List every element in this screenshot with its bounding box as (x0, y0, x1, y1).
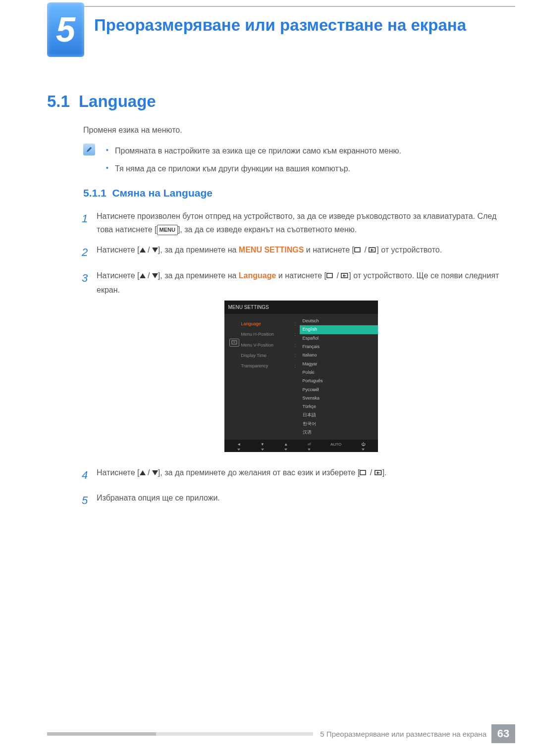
osd-lang-option: Français (300, 343, 378, 351)
osd-setting-item: Language (241, 319, 295, 329)
step-2: 2 Натиснете [ / ], за да преминете на ME… (82, 243, 505, 261)
svg-rect-0 (355, 248, 360, 252)
osd-lang-option: Polski (300, 368, 378, 377)
subsection-number: 5.1.1 (83, 187, 107, 199)
step-number: 2 (82, 243, 97, 261)
osd-footer-down-icon: ▼ (261, 441, 265, 451)
osd-title: MENU SETTINGS (224, 301, 378, 314)
osd-footer-up-icon: ▲ (284, 441, 288, 451)
osd-footer: ◄ ▼ ▲ ⏎ AUTO ⏻ (224, 440, 378, 452)
steps-list: 1 Натиснете произволен бутон отпред на у… (82, 209, 505, 517)
enter-icon (374, 467, 382, 480)
page-number: 63 (491, 724, 515, 743)
step-4: 4 Натиснете [ / ], за да преминете до же… (82, 466, 505, 484)
osd-lang-option: Español (300, 334, 378, 343)
osd-lang-option: Deutsch (300, 317, 378, 325)
section-intro: Променя езика на менюто. (83, 126, 182, 135)
step-number: 5 (82, 491, 97, 509)
footer: 5 Преоразмеряване или разместване на екр… (47, 724, 515, 743)
step-text: Натиснете [ / ], за да преминете до жела… (97, 466, 505, 484)
subsection-heading: 5.1.1 Смяна на Language (83, 187, 213, 199)
osd-footer-auto: AUTO (330, 441, 341, 451)
osd-category-icon (227, 317, 241, 437)
screen-icon (354, 244, 362, 257)
step-number: 3 (82, 269, 97, 459)
up-arrow-icon (140, 470, 146, 475)
osd-screenshot: MENU SETTINGS Language Menu H-Position M… (97, 301, 505, 452)
osd-lang-option: Português (300, 377, 378, 385)
osd-footer-back-icon: ◄ (237, 441, 241, 451)
osd-setting-item: Menu H-Position (241, 329, 295, 340)
up-arrow-icon (140, 248, 146, 252)
section-number: 5.1 (47, 92, 70, 110)
osd-footer-enter-icon: ⏎ (308, 441, 311, 451)
down-arrow-icon (152, 248, 158, 252)
subsection-title: Смяна на Language (112, 187, 213, 199)
footer-text: 5 Преоразмеряване или разместване на екр… (320, 730, 486, 738)
osd-lang-option-selected: English (300, 325, 378, 334)
osd-lang-option: Svenska (300, 394, 378, 403)
screen-icon (326, 270, 334, 283)
step-number: 1 (82, 209, 97, 236)
osd-colons: ::::: (295, 317, 300, 437)
step-5: 5 Избраната опция ще се приложи. (82, 491, 505, 509)
language-label: Language (239, 271, 276, 280)
top-rule (47, 6, 515, 7)
svg-rect-2 (327, 273, 332, 278)
svg-rect-5 (360, 470, 366, 475)
osd-setting-item: Menu V-Position (241, 340, 295, 351)
step-number: 4 (82, 466, 97, 484)
enter-icon (341, 270, 349, 283)
step-text: Натиснете [ / ], за да преминете на MENU… (97, 243, 505, 261)
note-item: Тя няма да се приложи към други функции … (104, 163, 505, 175)
down-arrow-icon (152, 273, 158, 278)
chapter-badge: 5 (47, 2, 84, 57)
step-text: Натиснете произволен бутон отпред на уст… (97, 209, 505, 236)
osd-setting-item: Display Time (241, 351, 295, 361)
screen-icon (360, 467, 368, 480)
chapter-number: 5 (56, 10, 75, 50)
note-icon (83, 144, 95, 155)
osd-lang-option: Türkçe (300, 403, 378, 411)
step-text: Избраната опция ще се приложи. (97, 491, 505, 509)
menu-button-icon: MENU (157, 225, 178, 235)
osd-lang-option: 日本語 (300, 411, 378, 419)
chapter-title: Преоразмеряване или разместване на екран… (94, 15, 505, 35)
osd-lang-option: 한국어 (300, 420, 378, 428)
osd-lang-option: Italiano (300, 351, 378, 359)
osd-footer-power-icon: ⏻ (361, 441, 365, 451)
note-item: Промяната в настройките за езика ще се п… (104, 145, 505, 157)
note-list: Промяната в настройките за езика ще се п… (104, 145, 505, 181)
osd-lang-option: Magyar (300, 360, 378, 368)
footer-progress (47, 732, 313, 736)
up-arrow-icon (140, 273, 146, 278)
down-arrow-icon (152, 470, 158, 475)
osd-lang-option: Русский (300, 386, 378, 394)
menu-settings-label: MENU SETTINGS (239, 246, 304, 254)
step-text: Натиснете [ / ], за да преминете на Lang… (97, 269, 505, 459)
osd-setting-item: Transparency (241, 361, 295, 371)
osd-settings-list: Language Menu H-Position Menu V-Position… (241, 317, 295, 437)
step-1: 1 Натиснете произволен бутон отпред на у… (82, 209, 505, 236)
osd-lang-option: 汉语 (300, 428, 378, 437)
step-3: 3 Натиснете [ / ], за да преминете на La… (82, 269, 505, 459)
enter-icon (369, 244, 376, 257)
section-title: Language (79, 92, 156, 110)
osd-language-list: Deutsch English Español Français Italian… (300, 317, 378, 437)
section-heading: 5.1Language (47, 92, 156, 111)
